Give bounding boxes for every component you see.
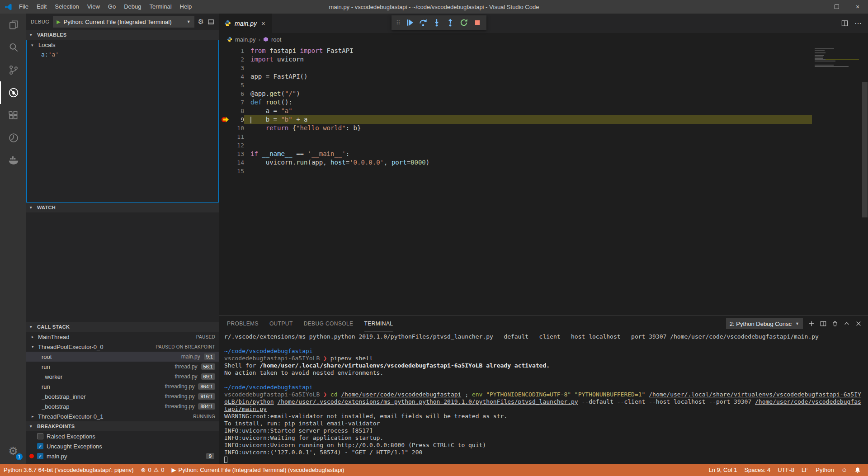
breadcrumb-file[interactable]: main.py	[235, 36, 256, 43]
panel-tab-debug-console[interactable]: DEBUG CONSOLE	[304, 316, 354, 331]
call-stack-frame[interactable]: _bootstrapthreading.py884:1	[26, 401, 219, 411]
kill-terminal-icon[interactable]	[832, 320, 838, 327]
manage-gear-icon[interactable]: ⚙ 1	[0, 438, 26, 464]
menu-debug[interactable]: Debug	[120, 0, 145, 14]
code-line[interactable]: 5	[219, 81, 812, 90]
call-stack-frame[interactable]: rootmain.py9:1	[26, 352, 219, 362]
breakpoint-item[interactable]: ✓main.py9	[26, 451, 219, 461]
step-into-button[interactable]	[430, 16, 443, 29]
breakpoint-item[interactable]: ✓Uncaught Exceptions	[26, 441, 219, 451]
extensions-icon[interactable]	[0, 104, 26, 127]
tab-main-py[interactable]: main.py ×	[219, 14, 272, 33]
code-line[interactable]: 7def root():	[219, 98, 812, 107]
breakpoint-gutter[interactable]	[219, 115, 231, 124]
tab-close-icon[interactable]: ×	[260, 19, 266, 27]
breakpoint-gutter[interactable]	[219, 141, 231, 150]
variables-scope-locals[interactable]: ▾ Locals	[27, 40, 218, 50]
breakpoints-pane-header[interactable]: ▾ BREAKPOINTS	[26, 421, 219, 431]
breakpoint-gutter[interactable]	[219, 158, 231, 167]
breadcrumb[interactable]: main.py › root	[219, 33, 868, 46]
status-python-interpreter[interactable]: Python 3.6.7 64-bit ('vscodedebugfastapi…	[0, 464, 137, 476]
status-utf-8[interactable]: UTF-8	[774, 464, 798, 476]
continue-button[interactable]	[403, 16, 416, 29]
search-icon[interactable]	[0, 36, 26, 59]
breakpoint-item[interactable]: Raised Exceptions	[26, 431, 219, 441]
split-editor-icon[interactable]	[841, 20, 848, 27]
variable-item[interactable]: a: 'a'	[27, 50, 218, 59]
start-debug-icon[interactable]: ▶	[57, 19, 60, 25]
code-line[interactable]: 6@app.get("/")	[219, 90, 812, 98]
watch-pane-header[interactable]: ▾ WATCH	[26, 203, 219, 212]
breakpoint-gutter[interactable]	[219, 64, 231, 72]
test-explorer-icon[interactable]	[0, 127, 26, 149]
restart-button[interactable]	[458, 16, 470, 29]
menu-go[interactable]: Go	[104, 0, 120, 14]
scrollbar-thumb[interactable]	[862, 82, 868, 217]
breakpoint-gutter[interactable]	[219, 150, 231, 158]
terminal-selector-dropdown[interactable]: 2: Python Debug Consc ▼	[726, 318, 803, 329]
call-stack-frame[interactable]: runthread.py56:1	[26, 362, 219, 372]
panel-tab-problems[interactable]: PROBLEMS	[227, 316, 259, 331]
call-stack-thread[interactable]: ▸ThreadPoolExecutor-0_1RUNNING	[26, 411, 219, 421]
menu-terminal[interactable]: Terminal	[145, 0, 175, 14]
debug-configuration-dropdown[interactable]: ▶ Python: Current File (Integrated Termi…	[53, 16, 194, 28]
status-problems[interactable]: ⊗ 0 ⚠ 0	[137, 464, 168, 476]
menu-help[interactable]: Help	[176, 0, 196, 14]
step-out-button[interactable]	[444, 16, 457, 29]
call-stack-frame[interactable]: runthreading.py864:1	[26, 382, 219, 391]
code-line[interactable]: 13if __name__ == '__main__':	[219, 150, 812, 158]
code-line[interactable]: 12	[219, 141, 812, 150]
docker-icon[interactable]	[0, 149, 26, 172]
maximize-panel-icon[interactable]	[844, 320, 850, 327]
source-control-icon[interactable]	[0, 59, 26, 81]
configure-gear-icon[interactable]: ⚙	[198, 18, 204, 26]
code-line[interactable]: 4app = FastAPI()	[219, 72, 812, 81]
explorer-icon[interactable]	[0, 14, 26, 36]
status-debug-configuration[interactable]: ▶ Python: Current File (Integrated Termi…	[168, 464, 348, 476]
code-line[interactable]: 11	[219, 132, 812, 141]
maximize-icon[interactable]	[826, 0, 847, 14]
breakpoint-gutter[interactable]	[219, 81, 231, 90]
status-python[interactable]: Python	[812, 464, 837, 476]
code-line[interactable]: 8 a = "a"	[219, 107, 812, 115]
terminal-output[interactable]: r/.vscode/extensions/ms-python.python-20…	[219, 331, 868, 464]
breakpoint-gutter[interactable]	[219, 55, 231, 64]
minimize-icon[interactable]: ─	[806, 0, 826, 14]
status-spaces[interactable]: Spaces: 4	[741, 464, 774, 476]
breakpoint-gutter[interactable]	[219, 47, 231, 55]
breakpoint-gutter[interactable]	[219, 98, 231, 107]
menu-file[interactable]: File	[15, 0, 33, 14]
call-stack-frame[interactable]: _bootstrap_innerthreading.py916:1	[26, 391, 219, 401]
code-line[interactable]: 10 return {"hello world": b}	[219, 124, 812, 132]
new-terminal-icon[interactable]	[808, 320, 815, 327]
toolbar-drag-handle[interactable]: ⠿	[394, 19, 402, 26]
call-stack-thread[interactable]: ▸MainThreadPAUSED	[26, 332, 219, 342]
notifications-bell-icon[interactable]	[851, 464, 864, 476]
call-stack-pane-header[interactable]: ▾ CALL STACK	[26, 322, 219, 332]
breakpoint-gutter[interactable]	[219, 107, 231, 115]
more-actions-icon[interactable]: ⋯	[854, 19, 862, 28]
code-line[interactable]: 15	[219, 167, 812, 175]
debug-icon[interactable]	[0, 81, 26, 104]
feedback-smiley-icon[interactable]: ☺	[838, 464, 851, 476]
code-line[interactable]: 2import uvicorn	[219, 55, 812, 64]
menu-selection[interactable]: Selection	[51, 0, 83, 14]
code-editor[interactable]: 1from fastapi import FastAPI2import uvic…	[219, 46, 868, 316]
breakpoint-gutter[interactable]	[219, 124, 231, 132]
panel-tab-output[interactable]: OUTPUT	[269, 316, 293, 331]
breakpoint-gutter[interactable]	[219, 90, 231, 98]
menu-view[interactable]: View	[83, 0, 104, 14]
minimap[interactable]	[812, 46, 862, 316]
call-stack-thread[interactable]: ▾ThreadPoolExecutor-0_0PAUSED ON BREAKPO…	[26, 342, 219, 352]
code-line[interactable]: 14 uvicorn.run(app, host='0.0.0.0', port…	[219, 158, 812, 167]
close-panel-icon[interactable]	[855, 320, 862, 327]
editor-scrollbar[interactable]	[862, 46, 868, 316]
breakpoint-gutter[interactable]	[219, 132, 231, 141]
status-ln[interactable]: Ln 9, Col 1	[705, 464, 741, 476]
breakpoint-gutter[interactable]	[219, 72, 231, 81]
panel-tab-terminal[interactable]: TERMINAL	[364, 316, 393, 331]
menu-edit[interactable]: Edit	[33, 0, 51, 14]
breakpoint-checkbox[interactable]: ✓	[37, 443, 43, 449]
stop-button[interactable]	[471, 16, 484, 29]
breadcrumb-symbol[interactable]: root	[271, 36, 281, 43]
